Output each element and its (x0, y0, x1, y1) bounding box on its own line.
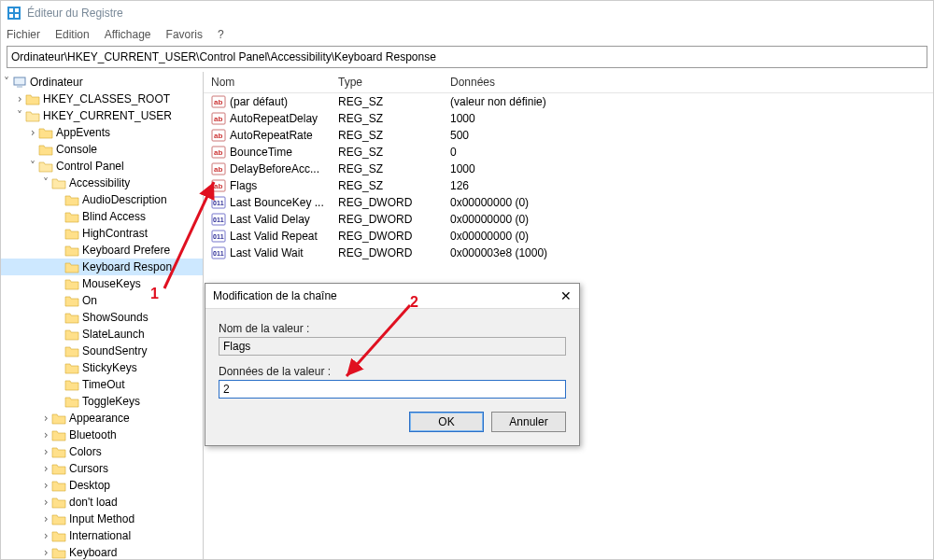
tree-colors[interactable]: ›Colors (1, 443, 203, 460)
tree-acc-stickykeys[interactable]: StickyKeys (1, 359, 203, 376)
window-title: Éditeur du Registre (27, 7, 123, 20)
tree-console[interactable]: Console (1, 141, 203, 158)
tree-acc-soundsentry[interactable]: SoundSentry (1, 343, 203, 359)
value-row[interactable]: 011Last Valid RepeatREG_DWORD0x00000000 … (204, 228, 933, 245)
value-row[interactable]: abBounceTimeREG_SZ0 (204, 144, 933, 161)
value-row[interactable]: abFlagsREG_SZ126 (204, 177, 933, 194)
tree-controlpanel[interactable]: ˅Control Panel (1, 158, 203, 175)
svg-text:011: 011 (213, 233, 224, 240)
svg-rect-5 (14, 77, 25, 85)
tree-acc-highcontrast[interactable]: HighContrast (1, 225, 203, 242)
value-row[interactable]: 011Last Valid WaitREG_DWORD0x000003e8 (1… (204, 245, 933, 261)
tree-acc-keyboard-respon[interactable]: Keyboard Respon (1, 259, 203, 275)
col-data[interactable]: Données (450, 76, 933, 89)
svg-rect-1 (9, 8, 13, 12)
tree-hkcu[interactable]: ˅HKEY_CURRENT_USER (1, 107, 203, 124)
tree-input-method[interactable]: ›Input Method (1, 511, 203, 527)
tree-appearance[interactable]: ›Appearance (1, 410, 203, 427)
tree-don-t-load[interactable]: ›don't load (1, 494, 203, 511)
svg-rect-2 (15, 8, 19, 12)
value-row[interactable]: 011Last Valid DelayREG_DWORD0x00000000 (… (204, 211, 933, 228)
tree-acc-blind-access[interactable]: Blind Access (1, 208, 203, 225)
list-header: Nom Type Données (204, 72, 933, 93)
tree-acc-togglekeys[interactable]: ToggleKeys (1, 393, 203, 410)
tree-appevents[interactable]: ›AppEvents (1, 124, 203, 141)
label-value-data: Données de la valeur : (219, 365, 566, 378)
menu-file[interactable]: Fichier (7, 28, 40, 41)
tree-bluetooth[interactable]: ›Bluetooth (1, 427, 203, 443)
value-row[interactable]: abDelayBeforeAcc...REG_SZ1000 (204, 161, 933, 177)
svg-text:ab: ab (214, 148, 222, 157)
tree-acc-audiodescription[interactable]: AudioDescription (1, 191, 203, 208)
value-row[interactable]: ab(par défaut)REG_SZ(valeur non définie) (204, 93, 933, 110)
svg-text:ab: ab (214, 98, 222, 106)
value-row[interactable]: abAutoRepeatDelayREG_SZ1000 (204, 110, 933, 127)
tree-acc-slatelaunch[interactable]: SlateLaunch (1, 326, 203, 343)
tree-pane[interactable]: ˅Ordinateur›HKEY_CLASSES_ROOT˅HKEY_CURRE… (1, 72, 204, 559)
cancel-button[interactable]: Annuler (491, 412, 566, 432)
tree-acc-on[interactable]: On (1, 292, 203, 309)
col-name[interactable]: Nom (211, 76, 338, 89)
tree-computer[interactable]: ˅Ordinateur (1, 74, 203, 91)
tree-desktop[interactable]: ›Desktop (1, 477, 203, 494)
titlebar: Éditeur du Registre (1, 1, 933, 25)
value-data-field[interactable] (219, 380, 566, 399)
svg-text:011: 011 (213, 217, 224, 223)
svg-text:ab: ab (214, 132, 222, 140)
tree-cursors[interactable]: ›Cursors (1, 460, 203, 477)
menubar: Fichier Edition Affichage Favoris ? (1, 25, 933, 44)
ok-button[interactable]: OK (409, 412, 484, 432)
svg-text:ab: ab (214, 165, 222, 174)
tree-hkcr[interactable]: ›HKEY_CLASSES_ROOT (1, 91, 203, 107)
tree-international[interactable]: ›International (1, 527, 203, 544)
menu-view[interactable]: Affichage (105, 28, 151, 41)
tree-acc-mousekeys[interactable]: MouseKeys (1, 275, 203, 292)
close-icon[interactable]: ✕ (560, 288, 572, 303)
svg-rect-4 (15, 14, 19, 18)
svg-rect-3 (9, 14, 13, 18)
value-row[interactable]: 011Last BounceKey ...REG_DWORD0x00000000… (204, 194, 933, 211)
svg-text:ab: ab (214, 182, 222, 190)
svg-rect-6 (17, 86, 22, 88)
label-value-name: Nom de la valeur : (219, 322, 566, 335)
value-name-field (219, 337, 566, 356)
tree-acc-keyboard-prefere[interactable]: Keyboard Prefere (1, 242, 203, 259)
svg-text:011: 011 (213, 250, 224, 257)
svg-text:011: 011 (213, 200, 224, 206)
menu-favorites[interactable]: Favoris (166, 28, 203, 41)
dialog-title: Modification de la chaîne (213, 289, 337, 302)
col-type[interactable]: Type (338, 76, 450, 89)
menu-edit[interactable]: Edition (55, 28, 90, 41)
edit-string-dialog: Modification de la chaîne ✕ Nom de la va… (205, 283, 580, 446)
address-text: Ordinateur\HKEY_CURRENT_USER\Control Pan… (11, 50, 436, 63)
address-bar[interactable]: Ordinateur\HKEY_CURRENT_USER\Control Pan… (7, 46, 927, 68)
regedit-icon (7, 6, 21, 21)
tree-acc-showsounds[interactable]: ShowSounds (1, 309, 203, 326)
tree-accessibility[interactable]: ˅Accessibility (1, 175, 203, 191)
tree-acc-timeout[interactable]: TimeOut (1, 376, 203, 393)
svg-text:ab: ab (214, 115, 222, 123)
tree-keyboard[interactable]: ›Keyboard (1, 544, 203, 559)
value-row[interactable]: abAutoRepeatRateREG_SZ500 (204, 127, 933, 144)
menu-help[interactable]: ? (218, 28, 224, 41)
